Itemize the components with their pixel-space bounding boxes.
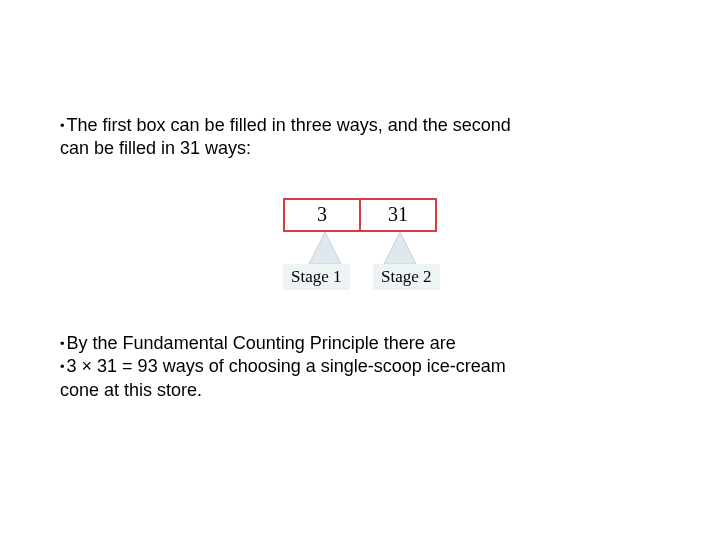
box-stage-2: 31 [359,200,435,230]
pointer-row [255,232,465,266]
bullet-line: •3 × 31 = 93 ways of choosing a single-s… [60,355,660,378]
bullet-dot-icon: • [60,336,65,351]
svg-marker-1 [384,232,416,264]
callout-arrow-icon [378,230,422,268]
stage-2-label: Stage 2 [373,264,440,290]
bullet-text: 3 × 31 = 93 ways of choosing a single-sc… [67,356,506,376]
svg-marker-0 [309,232,341,264]
bullet-dot-icon: • [60,118,65,133]
callout-arrow-icon [303,230,347,268]
bullet-text: cone at this store. [60,380,202,400]
bullet-text: can be filled in 31 ways: [60,138,251,158]
bullet-line: •By the Fundamental Counting Principle t… [60,332,660,355]
boxes-row: 3 31 [283,198,437,232]
bullet-line: cone at this store. [60,379,660,402]
bullet-block-bottom: •By the Fundamental Counting Principle t… [60,332,660,402]
labels-row: Stage 1 Stage 2 [255,264,465,294]
box-stage-1: 3 [285,200,359,230]
slide: •The first box can be filled in three wa… [0,0,720,540]
bullet-text: By the Fundamental Counting Principle th… [67,333,456,353]
bullet-text: The first box can be filled in three way… [67,115,511,135]
bullet-dot-icon: • [60,359,65,374]
counting-diagram: 3 31 Stage 1 Stage 2 [255,198,465,294]
bullet-line: can be filled in 31 ways: [60,137,660,160]
stage-1-label: Stage 1 [283,264,350,290]
bullet-block-top: •The first box can be filled in three wa… [60,114,660,161]
bullet-line: •The first box can be filled in three wa… [60,114,660,137]
